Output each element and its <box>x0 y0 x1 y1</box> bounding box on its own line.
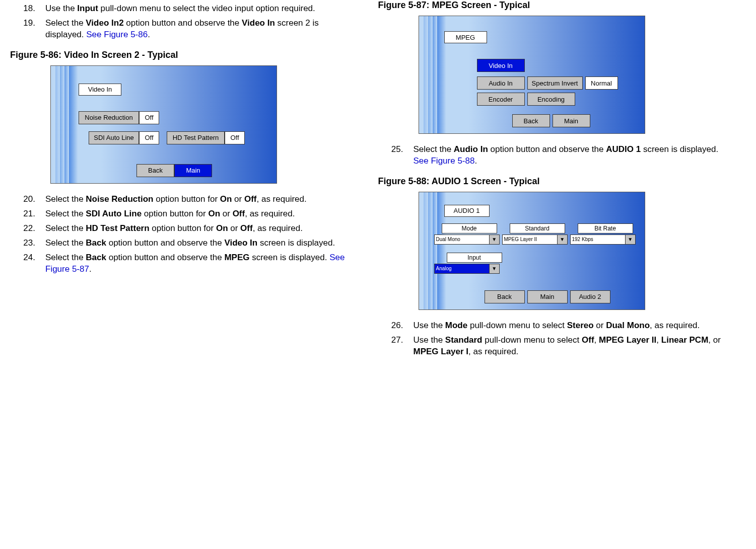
input-dropdown[interactable]: Analog ▼ <box>434 264 500 274</box>
standard-dropdown[interactable]: MPEG Layer II ▼ <box>502 234 568 245</box>
step-23: 23. Select the Back option button and ob… <box>10 238 358 249</box>
step-27: 27. Use the Standard pull-down menu to s… <box>378 335 726 358</box>
step-24: 24. Select the Back option button and ob… <box>10 252 358 275</box>
back-button-88[interactable]: Back <box>485 290 525 303</box>
chevron-down-icon: ▼ <box>625 235 635 244</box>
page: 18. Use the Input pull-down menu to sele… <box>0 0 756 513</box>
step-25: 25. Select the Audio In option button an… <box>378 144 726 167</box>
spectrum-state: Normal <box>585 76 618 90</box>
noise-reduction-state: Off <box>139 111 159 124</box>
figure-5-86-title: Figure 5-86: Video In Screen 2 - Typical <box>10 50 358 60</box>
left-column: 18. Use the Input pull-down menu to sele… <box>0 0 368 503</box>
mode-label: Mode <box>442 223 497 233</box>
main-button[interactable]: Main <box>174 164 212 177</box>
step-18: 18. Use the Input pull-down menu to sele… <box>10 3 358 15</box>
mode-dropdown[interactable]: Dual Mono ▼ <box>434 234 500 245</box>
step-21: 21. Select the SDI Auto Line option butt… <box>10 208 358 220</box>
figure-5-88-title: Figure 5-88: AUDIO 1 Screen - Typical <box>378 176 726 187</box>
hd-test-pattern-button[interactable]: HD Test Pattern <box>167 131 225 144</box>
input-label: Input <box>447 253 502 263</box>
chevron-down-icon: ▼ <box>557 235 567 244</box>
right-column: Figure 5-87: MPEG Screen - Typical MPEG … <box>368 0 736 503</box>
audio2-button[interactable]: Audio 2 <box>570 290 610 303</box>
steps-26-27: 26. Use the Mode pull-down menu to selec… <box>378 320 726 358</box>
hdtest-state: Off <box>225 131 245 144</box>
video-in-button[interactable]: Video In <box>477 59 525 72</box>
steps-20-24: 20. Select the Noise Reduction option bu… <box>10 194 358 275</box>
steps-18-19: 18. Use the Input pull-down menu to sele… <box>10 3 358 41</box>
bitrate-dropdown[interactable]: 192 Kbps ▼ <box>570 234 636 245</box>
sdi-auto-line-button[interactable]: SDI Auto Line <box>89 131 139 144</box>
step-19: 19. Select the Video In2 option button a… <box>10 18 358 41</box>
mpeg-tab[interactable]: MPEG <box>444 31 487 43</box>
step-20: 20. Select the Noise Reduction option bu… <box>10 194 358 205</box>
figure-5-87: MPEG Video In Audio In Spectrum Invert N… <box>419 16 645 134</box>
noise-reduction-button[interactable]: Noise Reduction <box>79 111 139 124</box>
spectrum-invert-button[interactable]: Spectrum Invert <box>527 76 583 90</box>
figure-5-86: Video In Noise Reduction Off SDI Auto Li… <box>50 65 277 184</box>
steps-25: 25. Select the Audio In option button an… <box>378 144 726 167</box>
main-button-87[interactable]: Main <box>553 114 590 127</box>
step-26: 26. Use the Mode pull-down menu to selec… <box>378 320 726 332</box>
chevron-down-icon: ▼ <box>489 264 499 273</box>
step-22: 22. Select the HD Test Pattern option bu… <box>10 223 358 234</box>
encoding-button[interactable]: Encoding <box>527 93 575 106</box>
main-button-88[interactable]: Main <box>527 290 568 303</box>
audio-in-button[interactable]: Audio In <box>477 76 525 90</box>
figure-5-87-title: Figure 5-87: MPEG Screen - Typical <box>378 0 726 11</box>
audio1-tab[interactable]: AUDIO 1 <box>444 205 490 217</box>
encoder-button[interactable]: Encoder <box>477 93 525 106</box>
standard-label: Standard <box>510 223 565 233</box>
bitrate-label: Bit Rate <box>578 223 633 233</box>
video-in-tab[interactable]: Video In <box>79 84 121 96</box>
figure-5-88: AUDIO 1 Mode Standard Bit Rate Dual Mono… <box>419 192 645 310</box>
chevron-down-icon: ▼ <box>489 235 499 244</box>
sdi-state: Off <box>139 131 159 144</box>
back-button[interactable]: Back <box>136 164 174 177</box>
back-button-87[interactable]: Back <box>512 114 550 127</box>
